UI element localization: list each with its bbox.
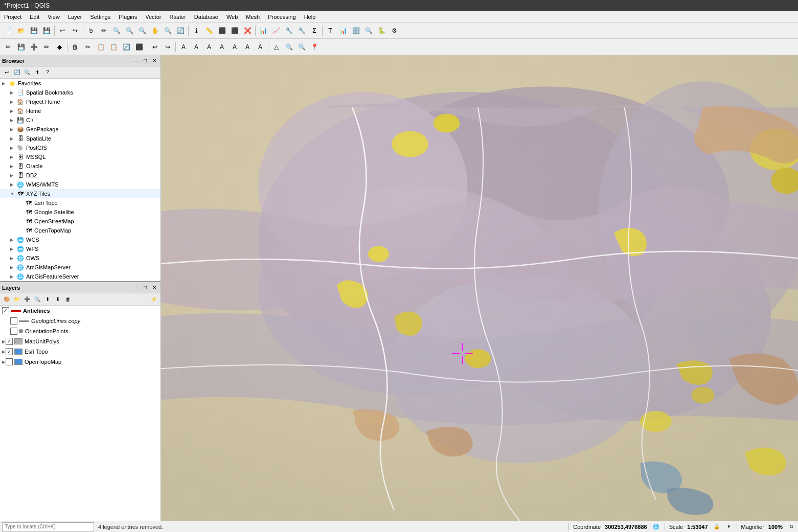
label3-tool-btn[interactable]: A (203, 41, 215, 53)
browser-ows[interactable]: ▶ 🌐 OWS (0, 253, 161, 263)
browser-wms-wmts[interactable]: ▶ 🌐 WMS/WMTS (0, 180, 161, 189)
edit-btn[interactable]: ✏ (2, 41, 14, 53)
layer-opentopomap[interactable]: ▶ OpenTopoMap (0, 357, 161, 367)
layer-anticlines-check[interactable]: ✓ (2, 307, 9, 314)
rotation-btn[interactable]: ↻ (787, 522, 796, 531)
move-down-btn[interactable]: ⬇ (53, 295, 62, 304)
label7-tool-btn[interactable]: A (254, 41, 266, 53)
refresh-btn[interactable]: 🔄 (174, 25, 187, 37)
locate-input[interactable] (2, 522, 94, 531)
field-calc-btn[interactable]: 🔢 (350, 25, 362, 37)
rotate-btn[interactable]: 🔄 (120, 41, 132, 53)
menu-database[interactable]: Database (190, 13, 222, 21)
identify-btn[interactable]: ℹ (190, 25, 202, 37)
layer-esri-topo-check[interactable]: ✓ (6, 348, 13, 355)
menu-help[interactable]: Help (300, 13, 320, 21)
browser-collapse-btn[interactable]: ⬆ (33, 68, 42, 77)
label4-tool-btn[interactable]: A (216, 41, 228, 53)
layers-settings-btn[interactable]: ✕ (150, 284, 158, 292)
browser-home[interactable]: ▶ 🏠 Home (0, 106, 161, 115)
crs-btn[interactable]: 🌐 (651, 522, 660, 531)
copy-btn[interactable]: 📋 (95, 41, 107, 53)
add-group-btn[interactable]: 📁 (12, 295, 21, 304)
browser-refresh-btn[interactable]: 🔄 (12, 68, 21, 77)
browser-openstreetmap[interactable]: 🗺 OpenStreetMap (0, 217, 161, 226)
browser-arcgis-feature[interactable]: ▶ 🌐 ArcGisFeatureServer (0, 272, 161, 281)
browser-google-satellite[interactable]: 🗺 Google Satellite (0, 207, 161, 217)
plugin-btn1[interactable]: 🔧 (283, 25, 295, 37)
select-poly-btn[interactable]: ⬛ (229, 25, 241, 37)
browser-spatial-bookmarks[interactable]: ▶ 📑 Spatial Bookmarks (0, 88, 161, 97)
label-tool-btn[interactable]: A (177, 41, 190, 53)
scale-arrow-btn[interactable]: ▼ (725, 522, 733, 531)
zoom-full-btn[interactable]: 🔍 (110, 25, 123, 37)
browser-arcgis-map[interactable]: ▶ 🌐 ArcGisMapServer (0, 263, 161, 272)
map-canvas[interactable] (161, 55, 798, 521)
open-table-btn[interactable]: 📊 (257, 25, 269, 37)
map-area[interactable] (161, 55, 798, 521)
layer-geologiclines-check[interactable] (10, 317, 17, 325)
menu-project[interactable]: Project (0, 13, 26, 21)
paste-btn[interactable]: 📋 (107, 41, 120, 53)
layers-float-btn[interactable]: □ (141, 284, 149, 292)
browser-help-btn[interactable]: ? (43, 68, 52, 77)
digitize-btn[interactable]: ✏ (98, 25, 110, 37)
menu-edit[interactable]: Edit (26, 13, 43, 21)
move-up-btn[interactable]: ⬆ (43, 295, 52, 304)
select-features-btn[interactable]: 🖱 (85, 25, 97, 37)
add-layer-btn[interactable]: ➕ (22, 295, 32, 304)
menu-settings[interactable]: Settings (86, 13, 115, 21)
browser-close-btn[interactable]: — (132, 57, 140, 65)
browser-drive-c[interactable]: ▶ 💾 C:\ (0, 115, 161, 125)
zoom-in-btn[interactable]: 🔍 (123, 25, 135, 37)
browser-favorites[interactable]: ▶ ⭐ Favorites (0, 79, 161, 88)
digitize-tool-btn[interactable]: ✏ (40, 41, 53, 53)
annotation-btn[interactable]: △ (270, 41, 282, 53)
browser-mssql[interactable]: ▶ 🗄 MSSQL (0, 152, 161, 161)
delete-selected-btn[interactable]: 🗑 (69, 41, 81, 53)
browser-filter-btn[interactable]: 🔍 (22, 68, 32, 77)
filter-layer-contents-btn[interactable]: ⚡ (149, 295, 158, 304)
open-layer-style-btn[interactable]: 🎨 (2, 295, 11, 304)
menu-view[interactable]: View (43, 13, 64, 21)
zoom-to-selection-btn[interactable]: 🔍 (162, 25, 174, 37)
layers-close-btn[interactable]: — (132, 284, 140, 292)
browser-oracle[interactable]: ▶ 🗄 Oracle (0, 161, 161, 171)
undo-btn[interactable]: ↩ (56, 25, 69, 37)
layer-esri-topo[interactable]: ▶ ✓ Esri Topo (0, 346, 161, 357)
undo-edit-btn[interactable]: ↩ (149, 41, 161, 53)
browser-add-btn[interactable]: ↩ (2, 68, 11, 77)
browser-wcs[interactable]: ▶ 🌐 WCS (0, 235, 161, 244)
browser-geopackage[interactable]: ▶ 📦 GeoPackage (0, 125, 161, 134)
browser-spatialite[interactable]: ▶ 🗄 SpatiaLite (0, 134, 161, 143)
browser-settings-btn[interactable]: ✕ (150, 57, 158, 65)
browser-xyz-tiles[interactable]: ▼ 🗺 XYZ Tiles (0, 189, 161, 198)
layer-geologiclines[interactable]: GeologicLines copy (0, 316, 161, 326)
browser-project-home[interactable]: ▶ 🏠 Project Home (0, 97, 161, 106)
layer-orientationpoints[interactable]: OrientationPoints (0, 326, 161, 336)
menu-layer[interactable]: Layer (64, 13, 86, 21)
browser-postgis[interactable]: ▶ 🐘 PostGIS (0, 143, 161, 152)
layer-opentopomap-check[interactable] (6, 358, 13, 365)
python-btn[interactable]: 🐍 (375, 25, 387, 37)
node-tool-btn[interactable]: ◆ (53, 41, 65, 53)
label6-tool-btn[interactable]: A (241, 41, 254, 53)
menu-plugins[interactable]: Plugins (115, 13, 141, 21)
sum-btn[interactable]: Σ (308, 25, 321, 37)
lock-scale-btn[interactable]: 🔒 (712, 522, 721, 531)
statistics-btn[interactable]: 📈 (270, 25, 282, 37)
menu-mesh[interactable]: Mesh (242, 13, 264, 21)
add-feature-btn[interactable]: ➕ (28, 41, 40, 53)
save-as-btn[interactable]: 💾 (40, 25, 53, 37)
gps-btn[interactable]: 📍 (308, 41, 321, 53)
select-rect-btn[interactable]: ⬛ (216, 25, 228, 37)
browser-float-btn[interactable]: □ (141, 57, 149, 65)
cut-btn[interactable]: ✂ (82, 41, 94, 53)
browser-wfs[interactable]: ▶ 🌐 WFS (0, 244, 161, 253)
menu-web[interactable]: Web (222, 13, 242, 21)
annotation2-btn[interactable]: 🔍 (283, 41, 295, 53)
zoom-out-btn[interactable]: 🔍 (136, 25, 148, 37)
diagram-btn[interactable]: 📊 (337, 25, 349, 37)
processing-toolbox-btn[interactable]: ⚙ (388, 25, 400, 37)
search-btn[interactable]: 🔍 (362, 25, 375, 37)
